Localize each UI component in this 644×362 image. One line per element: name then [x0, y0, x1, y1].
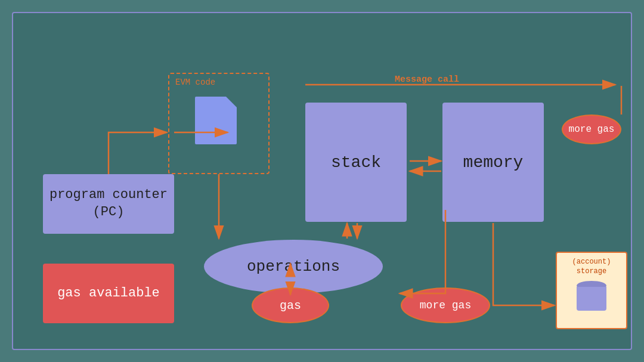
stack-box: stack	[305, 103, 407, 222]
memory-box: memory	[442, 103, 544, 222]
memory-to-storage-arrow	[493, 223, 555, 305]
cylinder-icon	[574, 281, 609, 311]
program-counter-box: program counter (PC)	[43, 174, 174, 234]
more-gas-top-ellipse: more gas	[562, 115, 621, 144]
pc-arrow	[109, 132, 167, 174]
more-gas-bottom-ellipse: more gas	[401, 287, 490, 323]
main-diagram: program counter (PC) gas available EVM c…	[12, 12, 632, 350]
account-storage-label: (account) storage	[557, 258, 626, 276]
memory-to-more-gas-arrow	[400, 210, 445, 293]
document-icon	[195, 97, 237, 144]
gas-ellipse: gas	[252, 287, 329, 323]
operations-ellipse: operations	[204, 240, 383, 293]
message-call-label: Message call	[395, 75, 459, 85]
account-storage-box: (account) storage	[556, 252, 627, 329]
gas-available-box: gas available	[43, 264, 174, 323]
evm-code-label: EVM code	[175, 78, 215, 87]
